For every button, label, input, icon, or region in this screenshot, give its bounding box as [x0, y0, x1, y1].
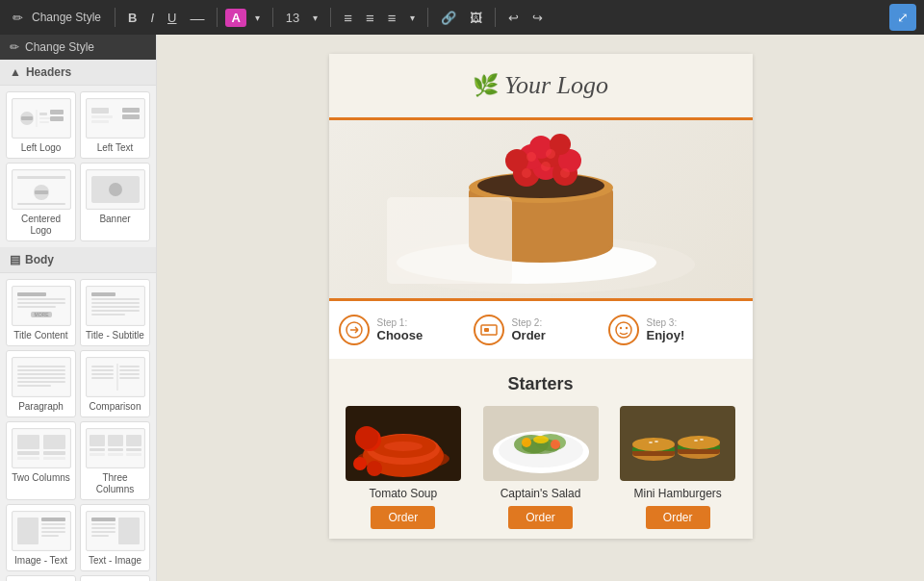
undo-button[interactable]: ↩	[503, 8, 524, 28]
underline-button[interactable]: U	[163, 8, 181, 28]
step-1: Step 1: Choose	[339, 315, 474, 345]
svg-rect-76	[41, 531, 65, 533]
sidebar-item-paragraph[interactable]: Paragraph	[6, 350, 76, 417]
sidebar-item-left-text[interactable]: Left Text	[80, 91, 150, 159]
sidebar-item-text-image[interactable]: Text - Image	[80, 504, 150, 571]
sidebar-item-title-subtitle[interactable]: Title - Subtitle	[80, 279, 150, 346]
svg-rect-50	[119, 366, 140, 367]
svg-point-110	[526, 152, 536, 162]
svg-rect-8	[50, 116, 64, 121]
title-subtitle-thumb	[86, 286, 145, 326]
svg-rect-31	[91, 292, 116, 296]
svg-rect-24	[17, 292, 46, 296]
svg-rect-7	[50, 110, 64, 114]
sidebar-item-image[interactable]: Image	[6, 575, 76, 581]
step-2-action: Order	[512, 328, 546, 342]
divider-1	[115, 8, 116, 27]
svg-rect-45	[91, 366, 114, 367]
svg-rect-73	[41, 518, 65, 521]
mini-hamburgers-order-button[interactable]: Order	[646, 506, 710, 529]
svg-rect-69	[126, 448, 141, 451]
sidebar: ✏ Change Style ▲ Headers	[0, 35, 157, 581]
sidebar-item-left-logo[interactable]: Left Logo	[6, 91, 76, 159]
captains-salad-image	[483, 406, 599, 481]
three-columns-label: Three Columns	[85, 472, 145, 495]
font-size-display[interactable]: 13	[281, 8, 304, 28]
sidebar-item-image-text[interactable]: Image - Text	[6, 504, 76, 571]
step-1-svg	[345, 320, 364, 340]
svg-rect-19	[17, 203, 65, 205]
bold-button[interactable]: B	[123, 8, 141, 28]
expand-button[interactable]: ⤢	[889, 4, 916, 31]
redo-button[interactable]: ↪	[527, 8, 548, 28]
pencil-sidebar-icon: ✏	[10, 40, 19, 54]
tomato-soup-order-button[interactable]: Order	[371, 506, 435, 529]
sidebar-item-comparison[interactable]: Comparison	[80, 350, 150, 417]
color-arrow[interactable]: ▾	[250, 10, 265, 26]
color-button[interactable]: A	[225, 9, 245, 27]
svg-rect-51	[119, 369, 140, 371]
sidebar-item-three-columns[interactable]: Three Columns	[80, 421, 150, 500]
svg-point-116	[616, 322, 631, 338]
bullets-button[interactable]: ≡	[339, 7, 357, 29]
step-1-text: Step 1: Choose	[377, 317, 424, 342]
link-button[interactable]: 🔗	[436, 8, 461, 28]
italic-button[interactable]: I	[145, 8, 159, 28]
font-size-arrow[interactable]: ▾	[308, 10, 322, 26]
banner-label: Banner	[99, 214, 130, 225]
svg-point-107	[522, 168, 531, 178]
sidebar-item-separator[interactable]: ∧ ∨ Separator	[80, 575, 150, 581]
svg-point-146	[678, 436, 720, 449]
svg-point-109	[560, 168, 570, 178]
numbering-button[interactable]: ≡	[361, 7, 379, 29]
svg-rect-36	[91, 314, 125, 316]
svg-rect-52	[119, 373, 140, 375]
svg-rect-18	[35, 190, 48, 194]
left-text-label: Left Text	[97, 142, 134, 154]
step-3-label: Step 3:	[647, 317, 685, 328]
svg-rect-62	[90, 435, 105, 446]
svg-rect-67	[108, 453, 123, 456]
svg-rect-16	[17, 176, 65, 179]
svg-rect-34	[91, 306, 140, 308]
svg-rect-38	[17, 366, 65, 367]
image-button[interactable]: 🖼	[465, 8, 487, 28]
svg-rect-55	[17, 435, 39, 449]
title-content-thumb: MORE	[12, 286, 71, 326]
chevron-up-icon: ▲	[10, 65, 21, 79]
highlight-button[interactable]: —	[185, 7, 209, 29]
captains-salad-name: Captain's Salad	[500, 487, 581, 500]
step-3: Step 3: Enjoy!	[608, 315, 743, 345]
align-arrow[interactable]: ▾	[405, 10, 420, 26]
svg-point-22	[109, 183, 122, 196]
step-2-label: Step 2:	[512, 317, 546, 328]
step-2-svg	[479, 320, 499, 340]
divider-3	[272, 8, 273, 27]
captains-salad-order-button[interactable]: Order	[508, 506, 573, 529]
sidebar-item-title-content[interactable]: MORE Title Content	[6, 279, 76, 346]
svg-point-142	[632, 438, 675, 451]
starter-card-mini-hamburgers: Mini Hamburgers Order	[613, 406, 743, 529]
toolbar: ✏ Change Style B I U — A ▾ 13 ▾ ≡ ≡ ≡ ▾ …	[0, 0, 924, 35]
title-content-label: Title Content	[13, 330, 67, 341]
align-button[interactable]: ≡	[383, 7, 401, 29]
sidebar-item-centered-logo[interactable]: Centered Logo	[6, 163, 76, 241]
image-text-label: Image - Text	[14, 555, 67, 567]
svg-rect-32	[91, 298, 140, 300]
svg-rect-112	[387, 197, 512, 284]
svg-rect-14	[122, 114, 140, 119]
headers-grid: Left Logo Left Text	[0, 86, 156, 247]
svg-rect-4	[39, 113, 47, 115]
svg-rect-40	[17, 373, 65, 375]
svg-point-147	[649, 442, 653, 443]
comparison-thumb	[86, 357, 145, 397]
left-text-svg	[88, 100, 143, 137]
change-style-bar[interactable]: ✏ Change Style	[0, 35, 156, 60]
svg-rect-65	[108, 435, 123, 446]
banner-thumb	[86, 169, 145, 210]
hero-tart-svg	[339, 120, 743, 298]
sidebar-item-banner[interactable]: Banner	[80, 163, 150, 241]
sidebar-item-two-columns[interactable]: Two Columns	[6, 421, 76, 500]
svg-rect-79	[91, 518, 116, 521]
pencil-icon[interactable]: ✏	[8, 8, 28, 28]
